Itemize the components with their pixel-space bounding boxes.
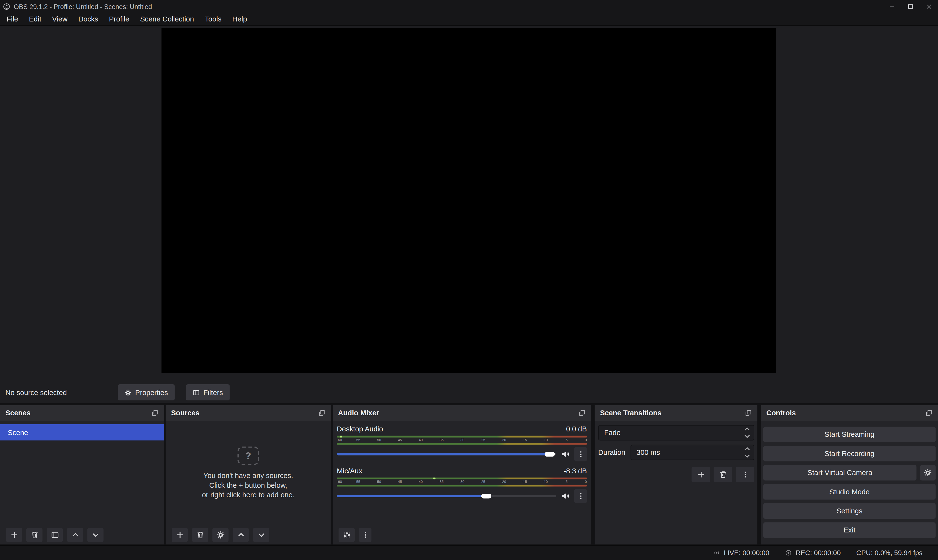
source-properties-button[interactable] — [213, 528, 228, 542]
maximize-button[interactable] — [901, 0, 919, 13]
chevron-up-icon — [744, 426, 750, 432]
meter-tick: -45 — [396, 479, 402, 485]
exit-button[interactable]: Exit — [764, 522, 936, 538]
sources-empty-line2: Click the + button below, — [209, 480, 287, 490]
menu-scene-collection[interactable]: Scene Collection — [135, 13, 199, 25]
volume-slider[interactable] — [337, 491, 556, 501]
channel-options-button[interactable] — [574, 447, 587, 462]
slider-handle[interactable] — [481, 494, 491, 498]
properties-button[interactable]: Properties — [118, 384, 174, 400]
speaker-icon[interactable] — [561, 450, 569, 458]
transition-value: Fade — [604, 428, 620, 437]
slider-handle[interactable] — [545, 452, 555, 457]
menu-view[interactable]: View — [47, 13, 73, 25]
add-transition-button[interactable] — [691, 467, 710, 482]
minimize-icon — [888, 3, 895, 10]
remove-source-button[interactable] — [192, 528, 208, 542]
transition-options-button[interactable] — [736, 467, 754, 482]
controls-dock-header[interactable]: Controls — [761, 405, 938, 421]
controls-dock: Controls Start Streaming Start Recording… — [761, 405, 938, 545]
popout-icon[interactable] — [151, 409, 159, 417]
menu-docks[interactable]: Docks — [73, 13, 103, 25]
audio-mixer-title: Audio Mixer — [338, 409, 379, 417]
studio-mode-button[interactable]: Studio Mode — [764, 484, 936, 500]
menu-help[interactable]: Help — [227, 13, 253, 25]
remove-transition-button[interactable] — [714, 467, 732, 482]
volume-meter: -60 -55 -50 -45 -40 -35 -30 -25 -20 -15 … — [337, 477, 587, 486]
chevron-down-icon — [744, 433, 750, 439]
audio-mixer-dock-header[interactable]: Audio Mixer — [333, 405, 591, 421]
scene-transitions-dock-header[interactable]: Scene Transitions — [595, 405, 757, 421]
speaker-icon[interactable] — [561, 492, 569, 500]
menu-file[interactable]: File — [1, 13, 23, 25]
meter-tick: -30 — [459, 479, 464, 485]
mixer-options-button[interactable] — [359, 528, 372, 542]
audio-mixer-dock: Audio Mixer Desktop Audio 0.0 dB — [333, 405, 591, 545]
meter-scale: -60 -55 -50 -45 -40 -35 -30 -25 -20 -15 … — [337, 437, 587, 443]
move-scene-up-button[interactable] — [67, 528, 83, 542]
start-virtual-camera-button[interactable]: Start Virtual Camera — [764, 465, 916, 481]
meter-tick: -55 — [355, 437, 360, 443]
live-time: LIVE: 00:00:00 — [724, 549, 769, 556]
live-signal-icon — [713, 549, 720, 556]
add-source-button[interactable] — [172, 528, 188, 542]
close-button[interactable] — [919, 0, 938, 13]
move-scene-down-button[interactable] — [88, 528, 103, 542]
transition-select[interactable]: Fade — [598, 425, 754, 440]
duration-value: 300 ms — [636, 448, 660, 457]
start-recording-button[interactable]: Start Recording — [764, 446, 936, 462]
meter-tick: -40 — [418, 437, 423, 443]
channel-options-button[interactable] — [574, 489, 587, 503]
chevron-up-icon — [237, 531, 245, 539]
add-scene-button[interactable] — [6, 528, 22, 542]
scene-transitions-body: Fade Duration 300 ms — [595, 421, 757, 545]
controls-body: Start Streaming Start Recording Start Vi… — [761, 421, 938, 545]
controls-title: Controls — [766, 409, 796, 417]
preview-canvas[interactable] — [161, 28, 776, 373]
settings-button[interactable]: Settings — [764, 503, 936, 519]
virtual-camera-settings-button[interactable] — [920, 465, 936, 481]
channel-level: -8.3 dB — [564, 467, 587, 475]
advanced-audio-button[interactable] — [338, 528, 355, 542]
menu-edit[interactable]: Edit — [23, 13, 47, 25]
scene-list-item[interactable]: Scene — [0, 424, 164, 440]
titlebar[interactable]: OBS 29.1.2 - Profile: Untitled - Scenes:… — [0, 0, 938, 13]
spinbox-arrows[interactable] — [744, 446, 750, 459]
move-source-up-button[interactable] — [233, 528, 249, 542]
popout-icon[interactable] — [745, 409, 752, 417]
rec-status: REC: 00:00:00 — [785, 549, 841, 556]
no-source-status: No source selected — [5, 382, 67, 404]
remove-scene-button[interactable] — [26, 528, 43, 542]
scenes-title: Scenes — [5, 409, 31, 417]
duration-spinbox[interactable]: 300 ms — [631, 445, 754, 460]
combo-arrows[interactable] — [744, 426, 750, 439]
scenes-list[interactable]: Scene — [0, 421, 164, 525]
record-icon — [785, 549, 792, 556]
popout-icon[interactable] — [318, 409, 325, 417]
start-streaming-button[interactable]: Start Streaming — [764, 427, 936, 442]
popout-icon[interactable] — [926, 409, 933, 417]
channel-level: 0.0 dB — [566, 425, 587, 433]
menu-tools[interactable]: Tools — [199, 13, 227, 25]
volume-slider[interactable] — [337, 449, 556, 459]
menu-profile[interactable]: Profile — [103, 13, 134, 25]
minimize-button[interactable] — [882, 0, 901, 13]
meter-tick: -50 — [376, 479, 381, 485]
meter-bar — [337, 436, 587, 437]
scenes-dock-header[interactable]: Scenes — [0, 405, 164, 421]
scene-filters-button[interactable] — [47, 528, 63, 542]
move-source-down-button[interactable] — [253, 528, 269, 542]
popout-icon[interactable] — [579, 409, 586, 417]
filter-icon — [193, 389, 200, 396]
audio-mixer-body: Desktop Audio 0.0 dB -60 -55 -50 -45 -40 — [333, 421, 591, 525]
window-controls — [882, 0, 938, 13]
scenes-toolbar — [0, 525, 164, 545]
sources-dock-header[interactable]: Sources — [166, 405, 331, 421]
status-bar: LIVE: 00:00:00 REC: 00:00:00 CPU: 0.0%, … — [0, 545, 938, 560]
meter-tick: -55 — [355, 479, 360, 485]
filters-button[interactable]: Filters — [186, 384, 230, 400]
audio-mixer-toolbar — [333, 525, 591, 545]
sources-list[interactable]: ? You don't have any sources. Click the … — [166, 421, 331, 525]
meter-scale: -60 -55 -50 -45 -40 -35 -30 -25 -20 -15 … — [337, 479, 587, 485]
trash-icon — [719, 471, 727, 479]
